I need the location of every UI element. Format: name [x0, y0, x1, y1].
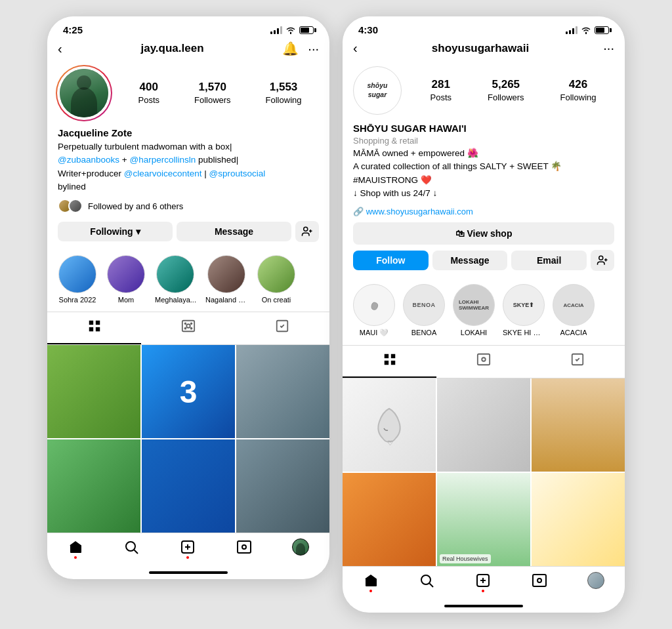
avatar-1[interactable] — [58, 67, 110, 119]
stat-followers-1[interactable]: 1,570 Followers — [194, 81, 231, 106]
stat-followers-2[interactable]: 5,265 Followers — [488, 78, 524, 103]
stat-posts-1[interactable]: 400 Posts — [138, 81, 159, 106]
photo-6[interactable] — [236, 439, 329, 533]
tab-tagged-2[interactable] — [531, 346, 625, 378]
add-user-button-1[interactable] — [295, 221, 319, 242]
photo-s3[interactable] — [532, 378, 625, 472]
back-icon-1[interactable]: ‹ — [58, 41, 62, 56]
photo-s6[interactable] — [532, 473, 625, 566]
nav-add-2[interactable] — [475, 573, 491, 588]
profile-section-1: 400 Posts 1,570 Followers 1,553 Followin… — [47, 62, 329, 242]
svg-rect-28 — [478, 354, 490, 365]
photo-5[interactable] — [142, 439, 235, 533]
highlight-maui[interactable]: MAUI 🤍 — [353, 284, 395, 337]
photo-s4[interactable] — [343, 473, 436, 566]
photo-2[interactable]: 3 — [142, 345, 235, 438]
tab-bar-1 — [47, 312, 329, 345]
action-buttons-2: Follow Message Email — [353, 250, 614, 271]
following-button-1[interactable]: Following ▾ — [58, 222, 173, 241]
phone-1: 4:25 ‹ jay.qu — [47, 16, 329, 579]
nav-bar-2: ‹ shoyusugarhawaii ··· — [343, 38, 625, 61]
nav-search-2[interactable] — [419, 573, 434, 588]
highlight-lokahi[interactable]: LOKAHISWIMWEAR LOKAHI — [453, 284, 495, 337]
svg-point-38 — [537, 578, 541, 582]
bio-harpercollins[interactable]: @harpercollinsln — [129, 155, 196, 165]
story-5[interactable]: On creati — [257, 255, 296, 304]
stats-2: 281 Posts 5,265 Followers 426 Following — [412, 78, 614, 103]
website-2: 🔗 www.shoyusugarhawaii.com — [353, 205, 614, 217]
tab-reels-2[interactable] — [436, 346, 530, 378]
follow-button-2[interactable]: Follow — [353, 251, 429, 270]
story-label-5: On creati — [262, 296, 291, 304]
more-icon-1[interactable]: ··· — [308, 41, 319, 56]
message-button-2[interactable]: Message — [432, 251, 508, 270]
highlight-skye[interactable]: SKYE⬆ SKYE HI KIDS — [503, 284, 545, 337]
profile-bio-2: MĀMĀ owned + empowered 🌺 A curated colle… — [353, 147, 614, 200]
story-1[interactable]: Sohra 2022 — [58, 255, 97, 304]
svg-point-14 — [126, 542, 135, 551]
signal-icon-2 — [566, 26, 578, 34]
more-icon-2[interactable]: ··· — [603, 41, 614, 56]
svg-rect-37 — [533, 575, 546, 586]
nav-home-2[interactable] — [363, 573, 379, 588]
photo-s2[interactable] — [437, 378, 530, 472]
photo-s5[interactable]: Real Housewives — [437, 473, 530, 566]
chevron-icon: ▾ — [136, 226, 140, 237]
bio-bylined: bylined — [58, 182, 86, 192]
stat-following-1[interactable]: 1,553 Following — [266, 81, 302, 106]
highlight-label-2: BENOA — [411, 329, 437, 336]
home-indicator-2 — [444, 605, 523, 607]
tab-reels-1[interactable] — [141, 312, 235, 344]
profile-bio-1: Perpetually turbulent madwoman with a bo… — [58, 140, 319, 193]
svg-point-9 — [184, 323, 186, 324]
nav-search-1[interactable] — [123, 539, 139, 555]
shop-avatar-2[interactable]: shōyu sugar — [353, 66, 402, 115]
bottom-nav-1 — [47, 533, 329, 569]
nav-profile-2[interactable] — [587, 572, 604, 589]
highlight-circle-2: BENOA — [403, 284, 445, 326]
stats-1: 400 Posts 1,570 Followers 1,553 Followin… — [121, 81, 319, 106]
story-label-2: Mom — [118, 296, 134, 304]
bio-plus-1: + — [122, 155, 130, 165]
nav-profile-1[interactable] — [292, 538, 309, 556]
story-3[interactable]: Meghalaya... — [155, 255, 196, 304]
status-time-1: 4:25 — [63, 24, 83, 35]
email-button-2[interactable]: Email — [511, 251, 587, 270]
nav-reels-1[interactable] — [236, 539, 252, 555]
svg-point-0 — [304, 227, 308, 231]
stat-posts-2[interactable]: 281 Posts — [430, 78, 452, 103]
username-1: jay.qua.leen — [140, 42, 203, 55]
profile-name-1: Jacqueline Zote — [58, 127, 319, 138]
message-button-1[interactable]: Message — [177, 222, 291, 241]
story-4[interactable]: Nagaland 2... — [205, 255, 247, 304]
nav-reels-2[interactable] — [532, 573, 547, 588]
back-icon-2[interactable]: ‹ — [353, 41, 358, 56]
nav-home-1[interactable] — [68, 539, 83, 555]
bio-sprout[interactable]: @sproutsocial — [209, 169, 265, 178]
svg-point-20 — [242, 545, 246, 549]
bio2-line1: MĀMĀ owned + empowered 🌺 — [353, 148, 478, 158]
website-link-2[interactable]: www.shoyusugarhawaii.com — [366, 207, 473, 216]
status-bar-2: 4:30 — [343, 16, 625, 38]
photo-4[interactable] — [47, 439, 140, 533]
nav-add-1[interactable] — [180, 539, 196, 555]
bell-icon-1[interactable]: 🔔 — [282, 41, 299, 56]
bio-zubaanbooks[interactable]: @zubaanbooks — [58, 155, 119, 165]
tab-tagged-1[interactable] — [236, 312, 329, 344]
highlight-acacia[interactable]: ACACIA ACACIA — [553, 284, 595, 337]
followed-avatars-1 — [58, 199, 83, 213]
story-avatar-5 — [257, 255, 295, 293]
add-user-button-2[interactable] — [591, 250, 614, 271]
photo-1[interactable] — [47, 345, 140, 438]
view-shop-button[interactable]: 🛍 View shop — [353, 222, 614, 245]
home-indicator-1 — [149, 571, 228, 574]
highlight-benoa[interactable]: BENOA BENOA — [403, 284, 445, 337]
stat-following-2[interactable]: 426 Following — [560, 78, 597, 103]
bio-clearvoice[interactable]: @clearvoicecontent — [124, 169, 202, 178]
story-2[interactable]: Mom — [106, 255, 146, 304]
photo-3[interactable] — [236, 345, 329, 438]
photo-s1[interactable]: ♡ — [343, 378, 436, 472]
tab-grid-1[interactable] — [47, 312, 141, 344]
tab-grid-2[interactable] — [343, 346, 436, 378]
battery-icon-1 — [299, 26, 314, 34]
